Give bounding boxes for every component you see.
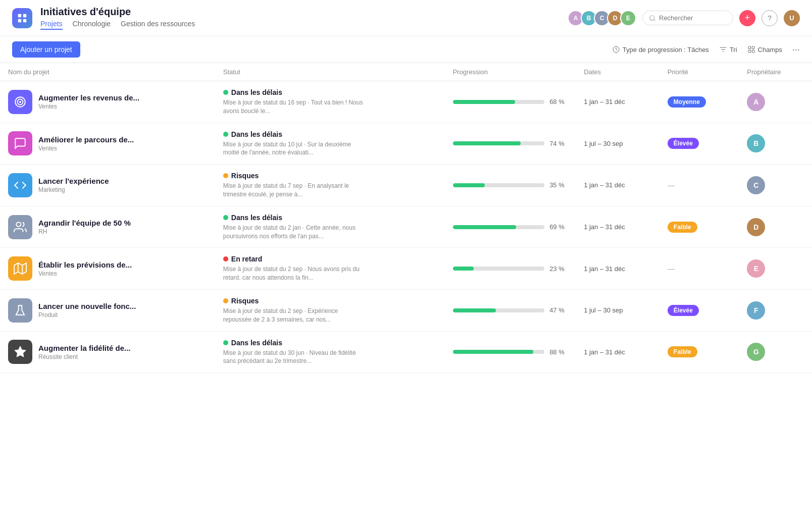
project-name: Lancer l'expérience [38, 177, 109, 185]
nav-chronologie[interactable]: Chronologie [73, 20, 111, 30]
priority-cell: Moyenne [659, 81, 739, 123]
status-desc: Mise à jour de statut du 2 sep · Nous av… [223, 265, 365, 282]
app-icon [12, 8, 32, 28]
col-dates: Dates [576, 63, 659, 81]
header-nav: Projets Chronologie Gestion des ressourc… [40, 20, 560, 30]
progress-bar-bg [453, 225, 544, 229]
status-cell: Risques Mise à jour de statut du 7 sep ·… [215, 165, 445, 206]
projects-table: Nom du projet Statut Progression Dates P… [0, 63, 812, 373]
svg-rect-2 [18, 19, 21, 22]
search-box[interactable] [642, 11, 733, 25]
progress-bar-bg [453, 267, 544, 271]
project-icon [8, 298, 32, 323]
priority-cell: Élevée [659, 123, 739, 165]
table-row[interactable]: Lancer l'expérience Marketing Risques Mi… [0, 165, 812, 206]
table-row[interactable]: Agrandir l'équipe de 50 % RH Dans les dé… [0, 206, 812, 248]
priority-badge: — [668, 265, 675, 273]
project-name: Augmenter les revenus de... [38, 93, 139, 102]
status-dot [223, 298, 228, 303]
owner-cell: F [739, 289, 812, 331]
nav-projets[interactable]: Projets [40, 20, 63, 30]
table-row[interactable]: Établir les prévisions de... Ventes En r… [0, 248, 812, 290]
progression-type-option[interactable]: Type de progression : Tâches [612, 45, 709, 54]
status-cell: En retard Mise à jour de statut du 2 sep… [215, 248, 445, 290]
table-row[interactable]: Augmenter les revenus de... Ventes Dans … [0, 81, 812, 123]
progress-bar-fill [453, 183, 485, 187]
status-dot [223, 132, 228, 137]
tri-option[interactable]: Tri [719, 45, 737, 54]
table-row[interactable]: Lancer une nouvelle fonc... Produit Risq… [0, 289, 812, 331]
toolbar: Ajouter un projet Type de progression : … [0, 36, 812, 63]
status-text: Risques [231, 297, 259, 305]
progress-cell: 88 % [445, 331, 576, 373]
status-text: Dans les délais [231, 130, 282, 138]
progress-percent: 68 % [549, 98, 568, 105]
add-project-button[interactable]: Ajouter un projet [12, 41, 80, 58]
champs-option[interactable]: Champs [747, 45, 782, 54]
status-label: Risques [223, 172, 437, 180]
owner-avatar: A [747, 93, 765, 111]
progress-percent: 69 % [549, 223, 568, 231]
owner-avatar: C [747, 176, 765, 194]
progress-bar-bg [453, 100, 544, 104]
project-icon [8, 90, 32, 114]
table-row[interactable]: Augmenter la fidélité de... Réussite cli… [0, 331, 812, 373]
progress-cell: 68 % [445, 81, 576, 123]
col-project-name: Nom du projet [0, 63, 215, 81]
status-text: Dans les délais [231, 339, 282, 347]
svg-marker-17 [15, 347, 26, 357]
priority-badge: Élevée [668, 138, 699, 149]
svg-rect-0 [18, 14, 21, 17]
project-icon [8, 173, 32, 197]
table-row[interactable]: Améliorer le parcours de... Ventes Dans … [0, 123, 812, 165]
status-cell: Dans les délais Mise à jour de statut du… [215, 123, 445, 165]
search-input[interactable] [659, 14, 727, 22]
status-dot [223, 340, 228, 345]
priority-badge: Faible [668, 346, 697, 357]
owner-avatar: B [747, 134, 765, 152]
more-options-button[interactable]: ··· [792, 44, 800, 55]
project-team: Ventes [38, 145, 134, 152]
status-desc: Mise à jour de statut du 16 sep · Tout v… [223, 98, 365, 116]
progression-type-label: Type de progression : Tâches [623, 46, 709, 54]
table-body: Augmenter les revenus de... Ventes Dans … [0, 81, 812, 373]
project-name: Établir les prévisions de... [38, 260, 132, 269]
project-icon [8, 256, 32, 281]
progression-icon [612, 45, 620, 54]
svg-point-4 [650, 15, 654, 20]
status-desc: Mise à jour de statut du 7 sep · En anal… [223, 182, 365, 199]
project-name-cell: Améliorer le parcours de... Ventes [0, 123, 215, 165]
project-name: Lancer une nouvelle fonc... [38, 302, 136, 310]
project-team: Marketing [38, 186, 109, 193]
champs-label: Champs [758, 46, 782, 54]
status-desc: Mise à jour de statut du 2 sep · Expérie… [223, 307, 365, 324]
svg-rect-3 [23, 19, 26, 22]
priority-badge: Faible [668, 222, 697, 233]
help-button[interactable]: ? [762, 10, 778, 26]
project-name-cell: Augmenter les revenus de... Ventes [0, 81, 215, 123]
owner-cell: D [739, 206, 812, 248]
svg-rect-9 [752, 50, 754, 52]
status-text: Risques [231, 172, 259, 180]
status-dot [223, 256, 228, 261]
dates-cell: 1 jan – 31 déc [576, 81, 659, 123]
tri-label: Tri [730, 46, 737, 54]
project-name-cell: Établir les prévisions de... Ventes [0, 248, 215, 290]
progress-bar-fill [453, 141, 521, 145]
priority-cell: — [659, 165, 739, 206]
project-team: Ventes [38, 103, 139, 110]
progress-percent: 23 % [549, 265, 568, 273]
project-icon [8, 340, 32, 364]
status-label: Dans les délais [223, 339, 437, 347]
status-desc: Mise à jour de statut du 2 jan · Cette a… [223, 224, 365, 241]
progress-bar-fill [453, 350, 534, 354]
status-dot [223, 215, 228, 220]
dates-cell: 1 jan – 31 déc [576, 248, 659, 290]
nav-gestion[interactable]: Gestion des ressources [121, 20, 195, 30]
user-avatar[interactable]: U [784, 10, 800, 26]
project-name-cell: Augmenter la fidélité de... Réussite cli… [0, 331, 215, 373]
add-button[interactable]: + [739, 10, 755, 26]
dates-cell: 1 jul – 30 sep [576, 123, 659, 165]
progress-bar-fill [453, 225, 516, 229]
col-proprietaire: Propriétaire [739, 63, 812, 81]
